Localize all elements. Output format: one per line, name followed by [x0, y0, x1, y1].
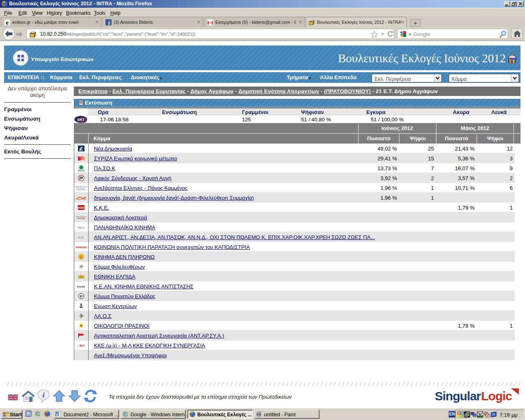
svg-text:Μ-Λ: Μ-Λ	[80, 344, 85, 347]
svg-text:ΝΔ: ΝΔ	[80, 149, 83, 151]
svg-text:i: i	[43, 391, 45, 399]
svg-text:δημιουργία ξανά!: δημιουργία ξανά!	[76, 199, 87, 200]
svg-text:e: e	[6, 19, 9, 25]
svg-text:Κ.Ε.ΑΝ.: Κ.Ε.ΑΝ.	[77, 285, 86, 288]
svg-text:ΠΑΣΟΚ: ΠΑΣΟΚ	[78, 170, 85, 172]
svg-text:P: P	[80, 294, 82, 299]
svg-text:ΠΑΝ.ΚΙ.: ΠΑΝ.ΚΙ.	[78, 226, 85, 229]
svg-text:ΑΝ ΔΡ...: ΑΝ ΔΡ...	[78, 237, 84, 239]
svg-text:✶: ✶	[77, 345, 79, 347]
svg-text:KKE: KKE	[78, 206, 84, 209]
svg-text:ΕΛΛΗΝΕΣ: ΕΛΛΗΝΕΣ	[78, 188, 85, 190]
svg-text:W: W	[56, 413, 59, 416]
svg-text:ΑΡΙΣΤΕΡΑ: ΑΡΙΣΤΕΡΑ	[78, 218, 85, 219]
svg-text:f: f	[108, 20, 110, 25]
svg-text:ΔΗΜΟΚΡΑΤΙΚΗ: ΔΗΜΟΚΡΑΤΙΚΗ	[76, 216, 87, 218]
svg-text:SRT: SRT	[77, 118, 85, 122]
svg-text:ΚΟΙΝΩΝΙΑ: ΚΟΙΝΩΝΙΑ	[75, 246, 87, 249]
